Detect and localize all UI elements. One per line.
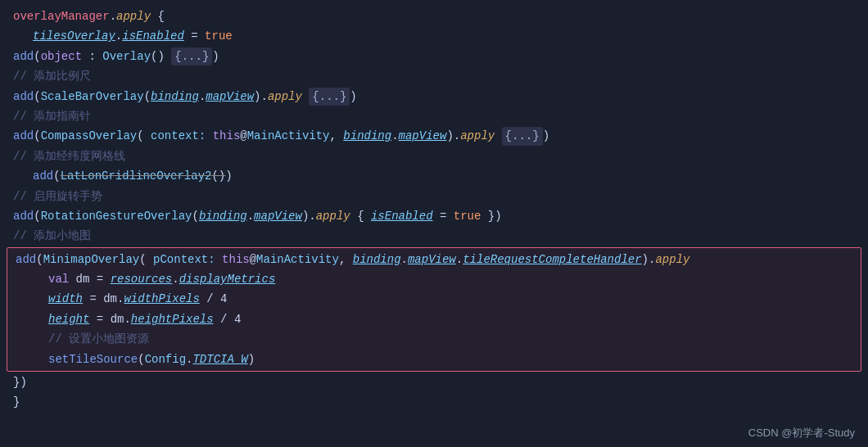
token-resources: resources xyxy=(111,270,173,288)
token-mapview-1: mapView xyxy=(206,88,254,106)
code-line-2: tilesOverlay.isEnabled = true xyxy=(0,26,868,46)
code-line-14: val dm = resources.displayMetrics xyxy=(7,269,861,289)
token-mapview-3: mapView xyxy=(254,207,302,225)
token-comment-3: // 添加经纬度网格线 xyxy=(13,147,125,165)
token-comment-5: // 添加小地图 xyxy=(13,227,91,245)
token-rotationgestureoverlay: RotationGestureOverlay xyxy=(41,207,192,225)
token-tilerequesthandler: tileRequestCompleteHandler xyxy=(463,251,641,269)
code-line-4: // 添加比例尺 xyxy=(0,66,868,86)
token-close-outer: } xyxy=(13,393,20,411)
token-apply-5: apply xyxy=(655,251,689,269)
token-height: height xyxy=(48,310,89,328)
token-comment-2: // 添加指南针 xyxy=(13,107,91,125)
token-tilesoverlay: tilesOverlay xyxy=(33,27,115,45)
code-line-12: // 添加小地图 xyxy=(0,226,868,246)
code-line-close: }) xyxy=(0,372,868,392)
token-braces-2: {...} xyxy=(309,88,350,106)
token-mapview-2: mapView xyxy=(399,127,447,145)
token-comment-4: // 启用旋转手势 xyxy=(13,187,102,205)
code-line-final: } xyxy=(0,392,868,412)
token-apply-2: apply xyxy=(268,88,302,106)
token-mainactivity-2: MainActivity xyxy=(256,251,339,269)
code-line-11: add(RotationGestureOverlay(binding.mapVi… xyxy=(0,206,868,226)
footer: CSDN @初学者-Study xyxy=(748,425,855,442)
token-apply-3: apply xyxy=(460,127,495,145)
code-line-16: height = dm.heightPixels / 4 xyxy=(7,309,861,329)
token-isenabled: isEnabled xyxy=(122,27,184,45)
token-this-2: this xyxy=(222,251,250,269)
token-comment-6: // 设置小地图资源 xyxy=(48,330,149,348)
token-binding-3: binding xyxy=(199,207,247,225)
code-line-3: add(object : Overlay() {...}) xyxy=(0,47,868,66)
token-width: width xyxy=(48,290,83,308)
code-line-6: // 添加指南针 xyxy=(0,106,868,126)
token-settilesource: setTileSource xyxy=(48,350,138,368)
token-isenabled-2: isEnabled xyxy=(371,207,433,225)
token-true-1: true xyxy=(205,27,233,45)
token-apply-4: apply xyxy=(316,207,350,225)
footer-text: CSDN @初学者-Study xyxy=(748,427,855,439)
code-line-18: setTileSource(Config.TDTCIA_W) xyxy=(7,350,861,369)
token-heightpixels: heightPixels xyxy=(131,310,214,328)
token-this-1: this xyxy=(213,127,241,145)
code-line-13: add(MinimapOverlay( pContext: this@MainA… xyxy=(7,250,861,269)
token-val-1: val xyxy=(48,270,69,288)
code-line-8: // 添加经纬度网格线 xyxy=(0,147,868,166)
code-line-10: // 启用旋转手势 xyxy=(0,187,868,206)
token-object: object xyxy=(41,47,82,65)
token-compassoverlay: CompassOverlay xyxy=(41,127,138,145)
token-apply: apply xyxy=(116,7,151,25)
token-true-2: true xyxy=(454,207,481,225)
token-binding-2: binding xyxy=(343,127,391,145)
token-context-label: context: xyxy=(144,127,206,145)
token-binding-4: binding xyxy=(353,251,401,269)
token-comment-1: // 添加比例尺 xyxy=(13,67,91,85)
token-overlay: Overlay xyxy=(102,47,151,65)
token-mainactivity-1: MainActivity xyxy=(247,127,330,145)
highlighted-code-block: add(MinimapOverlay( pContext: this@MainA… xyxy=(7,247,861,372)
token-add-6: add xyxy=(16,251,36,269)
code-line-9: add(LatLonGridlineOverlay2()) xyxy=(0,166,868,186)
token-widthpixels: widthPixels xyxy=(124,290,199,308)
code-line-5: add(ScaleBarOverlay(binding.mapView).app… xyxy=(0,87,868,106)
code-line-17: // 设置小地图资源 xyxy=(7,329,861,349)
token-binding-1: binding xyxy=(151,88,199,106)
token-add-5: add xyxy=(13,207,34,225)
code-line-15: width = dm.widthPixels / 4 xyxy=(7,289,861,309)
code-editor: overlayManager.apply { tilesOverlay.isEn… xyxy=(0,0,868,447)
token-overlaymanager: overlayManager xyxy=(13,7,110,25)
token-scalebaroverlay: ScaleBarOverlay xyxy=(41,88,144,106)
token-minimapoverlay: MinimapOverlay xyxy=(43,251,140,269)
token-close-block: }) xyxy=(13,373,27,391)
token-add-1: add xyxy=(13,47,34,65)
token-mapview-4: mapView xyxy=(408,251,456,269)
token-config: Config xyxy=(145,350,186,368)
code-line-1: overlayManager.apply { xyxy=(0,7,868,26)
token-add-3: add xyxy=(13,127,34,145)
token-pcontext-label: pContext: xyxy=(147,251,215,269)
token-latlongridlineoverlay: LatLonGridlineOverlay2 xyxy=(61,167,212,185)
token-braces-1: {...} xyxy=(171,47,212,65)
token-tdtciaw: TDTCIA_W xyxy=(192,350,247,368)
token-add-2: add xyxy=(13,88,34,106)
token-add-4: add xyxy=(33,167,53,185)
token-braces-3: {...} xyxy=(502,127,543,145)
token-displaymetrics: displayMetrics xyxy=(179,270,276,288)
code-line-7: add(CompassOverlay( context: this@MainAc… xyxy=(0,126,868,146)
